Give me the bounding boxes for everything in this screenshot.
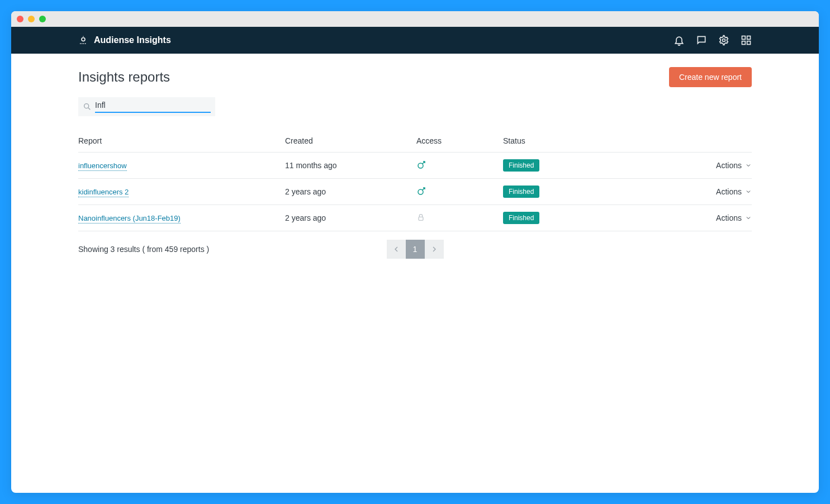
report-link[interactable]: Nanoinfluencers (Jun18-Feb19) (78, 214, 181, 224)
report-link[interactable]: kidinfluencers 2 (78, 188, 129, 197)
brand[interactable]: Audiense Insights (78, 35, 171, 45)
table-footer: Showing 3 results ( from 459 reports ) 1 (78, 245, 752, 254)
actions-menu[interactable]: Actions (685, 161, 752, 170)
page-next-button[interactable] (425, 240, 444, 259)
created-cell: 2 years ago (285, 187, 416, 196)
col-access: Access (416, 136, 503, 145)
window-maximize-button[interactable] (39, 16, 46, 22)
reports-table: Report Created Access Status influencers… (78, 130, 752, 231)
page-number-button[interactable]: 1 (406, 240, 425, 259)
results-count: Showing 3 results ( from 459 reports ) (78, 245, 209, 254)
access-public-icon (416, 160, 503, 172)
settings-icon[interactable] (718, 35, 729, 46)
col-report: Report (78, 136, 285, 145)
arrow-left-icon (392, 245, 401, 254)
report-link[interactable]: influencershow (78, 161, 127, 171)
messages-icon[interactable] (696, 35, 707, 46)
access-public-icon (416, 186, 503, 198)
created-cell: 11 months ago (285, 161, 416, 170)
col-status: Status (503, 136, 685, 145)
table-row: Nanoinfluencers (Jun18-Feb19) 2 years ag… (78, 205, 752, 231)
status-badge: Finished (503, 186, 539, 198)
svg-rect-6 (747, 41, 751, 45)
chevron-down-icon (745, 162, 752, 169)
svg-rect-5 (742, 41, 746, 45)
col-created: Created (285, 136, 416, 145)
svg-point-2 (723, 39, 725, 42)
svg-point-0 (82, 38, 85, 41)
table-row: influencershow 11 months ago Finished Ac… (78, 153, 752, 179)
actions-menu[interactable]: Actions (685, 187, 752, 196)
table-header: Report Created Access Status (78, 130, 752, 153)
search-input[interactable] (95, 101, 211, 113)
svg-rect-10 (419, 217, 423, 220)
chevron-down-icon (745, 188, 752, 195)
window-minimize-button[interactable] (28, 16, 35, 22)
content-area: Insights reports Create new report Repor… (11, 54, 819, 493)
access-locked-icon (416, 213, 503, 224)
table-row: kidinfluencers 2 2 years ago Finished Ac… (78, 179, 752, 205)
brand-name: Audiense Insights (94, 35, 171, 45)
page-title: Insights reports (78, 69, 170, 85)
brand-logo-icon (78, 35, 88, 45)
status-badge: Finished (503, 212, 539, 224)
app-window: Audiense Insights Insights reports Creat… (11, 11, 819, 493)
search-box[interactable] (78, 97, 215, 116)
svg-point-1 (83, 36, 84, 37)
page-header: Insights reports Create new report (78, 67, 752, 87)
top-navbar: Audiense Insights (11, 27, 819, 54)
actions-label: Actions (716, 161, 742, 170)
actions-label: Actions (716, 213, 742, 222)
created-cell: 2 years ago (285, 213, 416, 222)
actions-label: Actions (716, 187, 742, 196)
window-close-button[interactable] (17, 16, 23, 22)
search-icon (83, 102, 92, 111)
svg-rect-4 (747, 36, 751, 40)
window-titlebar (11, 11, 819, 27)
actions-menu[interactable]: Actions (685, 213, 752, 222)
apps-icon[interactable] (741, 35, 752, 46)
chevron-down-icon (745, 215, 752, 221)
nav-icon-group (674, 35, 752, 46)
page-prev-button[interactable] (387, 240, 406, 259)
svg-rect-3 (742, 36, 746, 40)
create-report-button[interactable]: Create new report (669, 67, 752, 87)
notifications-icon[interactable] (674, 35, 685, 46)
pagination: 1 (387, 240, 444, 259)
svg-point-7 (84, 104, 89, 108)
arrow-right-icon (430, 245, 439, 254)
status-badge: Finished (503, 159, 539, 172)
